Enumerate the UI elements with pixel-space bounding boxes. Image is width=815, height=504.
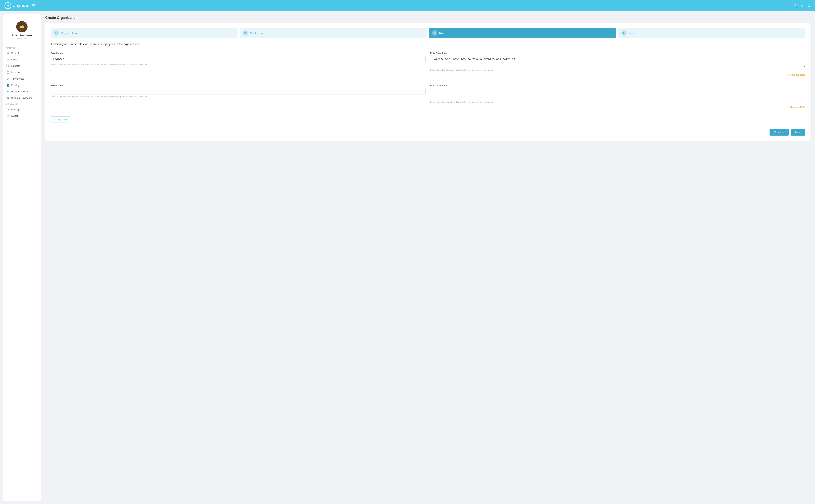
avatar: 🧔 [16, 21, 28, 32]
sidebar-item-label: Switch [11, 114, 18, 117]
sidebar-item-billing-payments[interactable]: 💲 Billing & Payments [3, 95, 41, 101]
sidebar-item-label: Reports [11, 64, 20, 67]
hamburger-icon[interactable]: ☰ [32, 3, 35, 8]
role2-description-input[interactable] [430, 88, 805, 99]
remove-role-1-button[interactable]: 🗑 Remove Role [787, 73, 805, 76]
sidebar-item-label: Invoices [11, 71, 20, 74]
sidebar-item-switch[interactable]: ⊙ Switch › [3, 113, 41, 119]
previous-button[interactable]: Previous [770, 129, 789, 136]
layout: 🧔 Erlich Bachman Aviato Inc MANAGE ▦ Pro… [0, 11, 815, 504]
trash-icon-2: 🗑 [787, 106, 790, 109]
employees-icon: 👤 [6, 84, 9, 87]
sidebar-item-manage[interactable]: ⚙ Manage [3, 106, 41, 113]
clock-icon[interactable]: ⊙ [801, 4, 804, 8]
remove-role-1-label: Remove Role [790, 73, 805, 76]
role-row-2: Role Name Name of the role your organiza… [51, 84, 805, 104]
step-label-roles: Roles [439, 31, 447, 35]
sidebar-item-clients[interactable]: ⊛ Clients [3, 56, 41, 63]
step-label-finish: Finish [628, 31, 636, 35]
gear-icon[interactable]: ⚙ [807, 4, 810, 8]
role-name-hint-2: Name of the role your organization will … [51, 95, 426, 98]
add-role-label: Add Role [57, 118, 67, 121]
role2-description-group: Role Description Description of what dut… [430, 84, 805, 104]
step-contact-info[interactable]: 2. Contact Info [240, 28, 427, 38]
sidebar-item-label: Employees [11, 84, 23, 87]
role1-name-group: Role Name Name of the role your organiza… [51, 52, 426, 71]
topnav-left: ↺ anyhow ☰ [5, 2, 35, 9]
sidebar-profile: 🧔 Erlich Bachman Aviato Inc [3, 18, 41, 43]
sidebar-item-reports[interactable]: 📊 Reports [3, 63, 41, 69]
manage-section-label: MANAGE [3, 45, 41, 50]
projects-icon: ▦ [6, 51, 9, 54]
manage-icon: ⚙ [6, 108, 9, 111]
role-divider [51, 80, 805, 80]
role2-name-input[interactable] [51, 88, 426, 94]
topnav: ↺ anyhow ☰ 🔍 ⊙ ⚙ [0, 0, 815, 11]
search-icon[interactable]: 🔍 [793, 4, 797, 8]
role-name-label-2: Role Name [51, 84, 426, 87]
step-num-2: 2. [243, 30, 248, 36]
step-label-organization: Organization [61, 31, 77, 35]
switch-icon: ⊙ [6, 114, 9, 117]
sidebar-item-invoices[interactable]: ▤ Invoices [3, 69, 41, 75]
profile-name: Erlich Bachman [6, 34, 38, 37]
page-title: Create Organization [45, 16, 810, 20]
role-description-hint-2: Description of what duties this role wil… [430, 101, 805, 104]
remove-role-2-container: 🗑 Remove Role [51, 105, 805, 109]
role-block-1: Role Name Name of the role your organiza… [51, 52, 805, 76]
role-name-hint-1: Name of the role your organization will … [51, 63, 426, 66]
step-num-1: 1. [54, 30, 59, 36]
role2-name-group: Role Name Name of the role your organiza… [51, 84, 426, 104]
email-icon: ✉ [6, 90, 9, 93]
step-finish[interactable]: 4. Finish [618, 28, 805, 38]
form-footer: Previous Next [51, 129, 805, 136]
role1-description-group: Role Description Someone who knows how t… [430, 52, 805, 71]
role-name-label-1: Role Name [51, 52, 426, 55]
sidebar-item-label: Email Broadcast [11, 90, 29, 93]
step-num-4: 4. [621, 30, 627, 36]
stepper: 1. Organization 2. Contact Info 3. Roles… [51, 28, 805, 38]
invoices-icon: ▤ [6, 71, 9, 74]
sidebar-item-email-broadcast[interactable]: ✉ Email Broadcast [3, 88, 41, 95]
step-num-3: 3. [432, 30, 437, 36]
role-description-label-1: Role Description [430, 52, 805, 55]
sidebar-item-projects[interactable]: ▦ Projects [3, 50, 41, 56]
sidebar-item-label: Projects [11, 52, 20, 54]
reports-icon: 📊 [6, 64, 9, 67]
role-row-1: Role Name Name of the role your organiza… [51, 52, 805, 71]
role-description-label-2: Role Description [430, 84, 805, 87]
step-roles[interactable]: 3. Roles [429, 28, 616, 38]
app-name: anyhow [13, 3, 29, 8]
clients-icon: ⊛ [6, 58, 9, 61]
sidebar: 🧔 Erlich Bachman Aviato Inc MANAGE ▦ Pro… [3, 14, 41, 501]
add-role-button[interactable]: + Add Role [51, 117, 70, 123]
role-description-hint-1: Description of what duties this role wil… [430, 69, 805, 71]
form-heading: And finally add some roles for the futur… [51, 42, 805, 46]
chevron-right-icon: › [37, 114, 38, 117]
main-content: Create Organization 1. Organization 2. C… [41, 11, 815, 504]
next-button[interactable]: Next [791, 129, 805, 136]
logo-icon: ↺ [5, 2, 11, 9]
sidebar-item-label: Manage [11, 108, 20, 111]
remove-role-2-label: Remove Role [790, 106, 805, 109]
topnav-right: 🔍 ⊙ ⚙ [793, 4, 810, 8]
timesheets-icon: ⊙ [6, 77, 9, 80]
section-divider [51, 47, 805, 47]
sidebar-item-label: Timesheets [11, 77, 24, 80]
profile-company: Aviato Inc [6, 37, 38, 40]
role1-name-input[interactable] [51, 56, 426, 62]
sidebar-item-label: Billing & Payments [11, 97, 32, 99]
remove-role-2-button[interactable]: 🗑 Remove Role [787, 106, 805, 109]
aviato-section-label: AVIATO INC [3, 101, 41, 106]
sidebar-item-employees[interactable]: 👤 Employees [3, 82, 41, 88]
logo: ↺ anyhow [5, 2, 29, 9]
billing-icon: 💲 [6, 96, 9, 99]
remove-role-1-container: 🗑 Remove Role [51, 73, 805, 76]
role1-description-input[interactable]: Someone who knows how to take a problem … [430, 56, 805, 67]
role-block-2: Role Name Name of the role your organiza… [51, 84, 805, 109]
step-organization[interactable]: 1. Organization [51, 28, 237, 38]
sidebar-item-timesheets[interactable]: ⊙ Timesheets [3, 75, 41, 82]
sidebar-item-label: Clients [11, 58, 19, 61]
plus-icon: + [54, 118, 56, 121]
create-org-card: 1. Organization 2. Contact Info 3. Roles… [45, 23, 810, 141]
